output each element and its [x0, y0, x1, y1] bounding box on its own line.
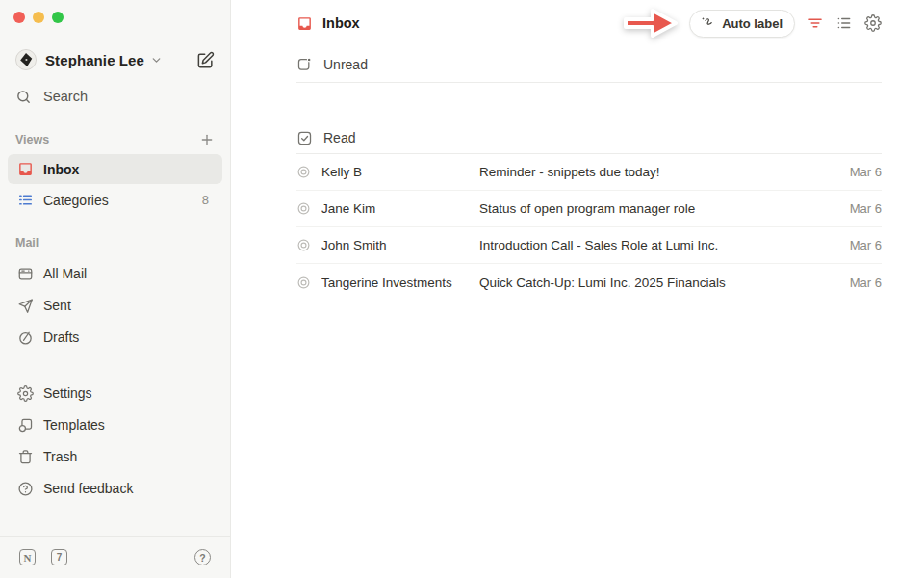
email-sender: Kelly B	[321, 165, 479, 179]
unread-section-header[interactable]: Unread	[296, 46, 882, 83]
sidebar-item-categories[interactable]: Categories 8	[8, 185, 222, 215]
sidebar-item-label: Inbox	[43, 162, 79, 177]
drafts-icon	[17, 329, 34, 346]
auto-label-button-label: Auto label	[722, 16, 783, 31]
close-window-button[interactable]	[13, 12, 25, 23]
views-section-header: Views	[0, 132, 230, 147]
account-switcher[interactable]: Stephanie Lee	[0, 46, 230, 73]
trash-icon	[17, 449, 34, 465]
sidebar-item-label: Categories	[43, 193, 109, 208]
all-mail-icon	[17, 266, 34, 282]
sidebar-item-send-feedback[interactable]: Send feedback	[8, 473, 222, 504]
email-date: Mar 6	[826, 165, 882, 179]
email-sender: John Smith	[321, 238, 479, 252]
page-title: Inbox	[322, 15, 360, 31]
sidebar-item-label: Drafts	[43, 329, 79, 345]
read-circle-icon	[296, 165, 311, 179]
list-view-icon[interactable]	[835, 14, 853, 32]
settings-icon[interactable]	[864, 14, 882, 32]
help-icon[interactable]: ?	[194, 549, 211, 565]
sidebar-item-label: Send feedback	[43, 481, 133, 496]
inbox-panel: Inbox Auto label	[231, 0, 924, 578]
email-sender: Jane Kim	[321, 201, 479, 216]
email-row[interactable]: John Smith Introduction Call - Sales Rol…	[296, 227, 882, 264]
email-row[interactable]: Jane Kim Status of open program manager …	[296, 191, 882, 227]
sidebar-item-all-mail[interactable]: All Mail	[8, 258, 222, 289]
sidebar-item-label: Trash	[43, 449, 77, 464]
minimize-window-button[interactable]	[33, 12, 44, 23]
sidebar-item-label: Settings	[43, 385, 92, 401]
window-controls	[13, 12, 64, 23]
read-circle-icon	[296, 276, 311, 290]
mail-section-header: Mail	[0, 236, 230, 250]
send-icon	[17, 298, 34, 314]
email-subject: Introduction Call - Sales Role at Lumi I…	[479, 238, 826, 252]
filter-icon[interactable]	[807, 14, 824, 32]
email-row[interactable]: Tangerine Investments Quick Catch-Up: Lu…	[296, 264, 882, 301]
auto-label-sparkle-icon	[700, 15, 715, 31]
section-gap	[296, 83, 882, 122]
read-circle-icon	[296, 238, 311, 252]
inbox-header: Inbox Auto label	[296, 0, 882, 46]
email-subject: Reminder - snippets due today!	[479, 165, 826, 179]
calendar-icon[interactable]: 7	[51, 549, 67, 565]
tools-nav: Settings Templates	[8, 378, 222, 504]
mail-section-label: Mail	[15, 236, 38, 250]
sidebar-item-label: All Mail	[43, 266, 87, 281]
account-name: Stephanie Lee	[45, 52, 144, 68]
mail-app-window: Stephanie Lee Search Views	[0, 0, 924, 578]
email-sender: Tangerine Investments	[321, 276, 479, 290]
help-icon	[17, 481, 34, 497]
mail-nav: All Mail Sent Drafts	[8, 258, 222, 353]
notion-logo-icon[interactable]: N	[19, 549, 36, 565]
templates-icon	[17, 417, 34, 434]
read-circle-icon	[296, 201, 311, 216]
search-input[interactable]: Search	[0, 83, 230, 110]
sidebar: Stephanie Lee Search Views	[0, 0, 231, 578]
sidebar-item-inbox[interactable]: Inbox	[8, 154, 222, 184]
email-date: Mar 6	[826, 238, 882, 252]
gear-icon	[17, 385, 34, 402]
sidebar-item-drafts[interactable]: Drafts	[8, 322, 222, 353]
sidebar-footer: N 7 ?	[0, 536, 230, 578]
compose-icon[interactable]	[196, 51, 215, 69]
auto-label-button[interactable]: Auto label	[689, 10, 795, 38]
sidebar-item-label: Sent	[43, 298, 71, 313]
inbox-title-group: Inbox	[296, 15, 360, 32]
views-section-label: Views	[15, 133, 49, 146]
inbox-icon	[296, 15, 313, 32]
unread-icon	[296, 56, 313, 72]
categories-icon	[17, 192, 34, 208]
sidebar-item-templates[interactable]: Templates	[8, 409, 222, 440]
categories-count-badge: 8	[202, 193, 215, 207]
search-icon	[15, 89, 32, 105]
avatar	[15, 49, 37, 70]
read-section-header[interactable]: Read	[296, 122, 882, 154]
sidebar-item-trash[interactable]: Trash	[8, 441, 222, 472]
sidebar-item-label: Templates	[43, 417, 105, 433]
add-view-icon[interactable]	[199, 132, 215, 147]
chevron-down-icon	[150, 54, 163, 66]
section-label: Unread	[323, 57, 368, 72]
sidebar-item-settings[interactable]: Settings	[8, 378, 222, 408]
checkbox-checked-icon	[296, 130, 313, 146]
annotation-arrow-icon	[620, 4, 683, 42]
search-placeholder: Search	[43, 89, 88, 104]
inbox-icon	[17, 161, 34, 177]
email-date: Mar 6	[826, 276, 882, 290]
sidebar-item-sent[interactable]: Sent	[8, 290, 222, 321]
email-row[interactable]: Kelly B Reminder - snippets due today! M…	[296, 154, 882, 191]
zoom-window-button[interactable]	[52, 12, 64, 23]
email-date: Mar 6	[826, 201, 882, 216]
email-subject: Status of open program manager role	[479, 201, 826, 216]
inbox-toolbar: Auto label	[620, 4, 882, 42]
section-label: Read	[323, 130, 355, 145]
views-nav: Inbox Categories 8	[8, 154, 222, 215]
email-subject: Quick Catch-Up: Lumi Inc. 2025 Financial…	[479, 276, 826, 290]
